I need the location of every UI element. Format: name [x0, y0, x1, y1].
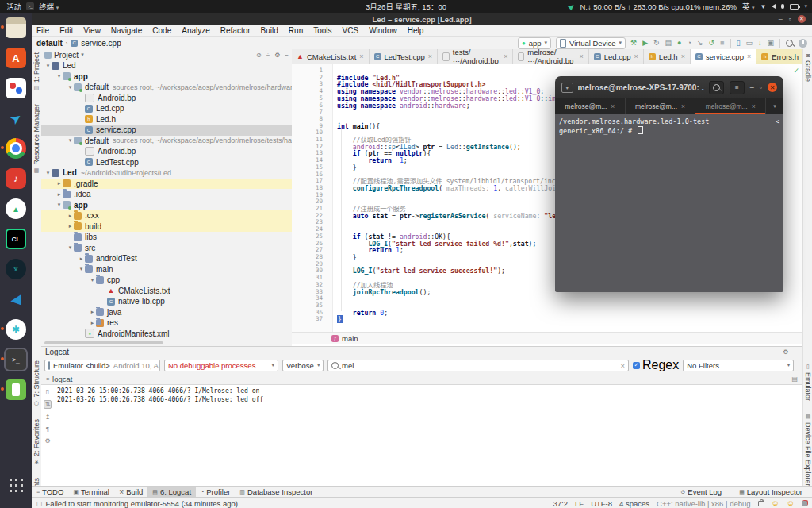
tree-arrow-icon[interactable]: ▸ — [56, 191, 63, 198]
apply-code-changes-button[interactable]: ▤ — [665, 40, 672, 47]
tree-row[interactable]: ▸build — [41, 221, 292, 233]
logcat-hide-icon[interactable]: − — [795, 348, 799, 356]
tree-row[interactable]: ▸.cxx — [41, 210, 292, 221]
network-icon[interactable]: ▼ — [760, 3, 767, 10]
feedback-smiley-icon-2[interactable]: ☺ — [787, 500, 795, 506]
tree-row[interactable]: hLed.h — [41, 114, 292, 125]
terminal-search-button[interactable] — [709, 81, 724, 94]
clion-app-launcher[interactable]: CL — [4, 227, 28, 251]
tree-arrow-icon[interactable]: ▸ — [67, 223, 74, 229]
tree-arrow-icon[interactable]: ▾ — [44, 170, 52, 176]
process-dropdown[interactable]: No debuggable processes▾ — [164, 360, 278, 371]
tree-row[interactable]: ▾app — [41, 200, 292, 211]
tree-row[interactable]: ▸androidTest — [41, 253, 292, 264]
editor-tab[interactable]: CLed.cpp× — [589, 49, 644, 64]
music-app-launcher[interactable]: ♪ — [4, 167, 28, 190]
menu-window[interactable]: Window — [369, 26, 397, 35]
collapse-all-icon[interactable]: ÷ — [266, 52, 270, 59]
netdisk-app-launcher[interactable] — [4, 76, 28, 100]
show-applications-launcher[interactable] — [4, 473, 28, 497]
menu-help[interactable]: Help — [408, 26, 424, 35]
breadcrumb-file[interactable]: service.cpp — [81, 39, 121, 48]
menu-vcs[interactable]: VCS — [343, 26, 359, 35]
terminal-minimize-button[interactable]: – — [750, 84, 754, 90]
tab-close-icon[interactable]: × — [611, 102, 615, 110]
clear-logcat-icon[interactable]: ▯ — [46, 388, 49, 395]
build-context[interactable]: C++: native-lib | x86 | debug — [657, 499, 750, 508]
settings-icon[interactable]: ⚙ — [274, 52, 280, 59]
editor-tab[interactable]: hLed.h× — [644, 49, 691, 64]
tool-window-button-todo[interactable]: ≡TODO — [32, 487, 68, 497]
tool-window-button-database-inspector[interactable]: ▥Database Inspector — [235, 487, 317, 497]
menu-file[interactable]: File — [36, 26, 49, 35]
tree-arrow-icon[interactable]: ▾ — [78, 266, 85, 272]
editor-tab[interactable]: Cservice.cpp× — [691, 49, 756, 64]
menu-view[interactable]: View — [83, 26, 101, 35]
tool-window-button-6-logcat[interactable]: ▤6: Logcat — [147, 487, 196, 497]
device-manager-button[interactable]: ▯ — [737, 40, 741, 47]
file-encoding[interactable]: UTF-8 — [591, 499, 612, 508]
caret-position[interactable]: 37:2 — [553, 499, 569, 508]
tree-row[interactable]: Android.bp — [41, 146, 292, 157]
window-title-bar[interactable]: Led – service.cpp [Led.app] – ▫ ✕ — [32, 13, 812, 25]
locate-icon[interactable]: ⊘ — [256, 52, 262, 59]
tree-row[interactable]: ▾main — [41, 264, 292, 275]
tab-close-icon[interactable]: × — [681, 52, 685, 60]
tool-window-button-build[interactable]: ⚒Build — [114, 487, 147, 497]
tree-arrow-icon[interactable]: ▾ — [44, 63, 52, 69]
tree-arrow-icon[interactable]: ▸ — [67, 213, 74, 219]
menu-build[interactable]: Build — [261, 26, 278, 35]
device-dropdown[interactable]: Emulator <build> Android 10, API ▾ — [44, 360, 160, 371]
terminal-tab-list-caret[interactable]: ▾ — [766, 98, 783, 114]
soft-wrap-icon[interactable]: ¶ — [46, 425, 49, 433]
regex-checkbox[interactable]: ✓Regex — [633, 358, 679, 372]
debug-button[interactable]: ● — [677, 40, 681, 47]
terminal-close-button[interactable]: ✕ — [768, 83, 777, 92]
tree-row[interactable]: CLed.cpp — [41, 103, 292, 114]
tree-arrow-icon[interactable]: ▾ — [56, 202, 63, 208]
avd-manager-button[interactable]: ▭ — [745, 40, 753, 47]
vscode-app-launcher[interactable]: ◀ — [4, 287, 28, 311]
android-studio-app-launcher[interactable]: ✱ — [4, 318, 28, 341]
tree-arrow-icon[interactable]: ▾ — [67, 84, 74, 90]
tool-strip-device-file-explorer[interactable]: ▤Device File Explorer — [804, 414, 812, 487]
hide-icon[interactable]: − — [285, 52, 289, 59]
layout-inspector-button[interactable]: ▣ — [767, 40, 774, 47]
project-view-selector[interactable]: Project▾ — [44, 51, 84, 60]
line-separator[interactable]: LF — [575, 499, 584, 508]
menu-refactor[interactable]: Refactor — [220, 26, 251, 35]
tree-row[interactable]: ▾defaultsources root, ~/workspace/aosp/v… — [41, 82, 292, 93]
profile-button[interactable]: ◔ — [688, 40, 691, 47]
volume-icon[interactable] — [772, 4, 776, 9]
menu-navigate[interactable]: Navigate — [111, 26, 142, 35]
tree-arrow-icon[interactable]: ▸ — [56, 180, 63, 187]
logcat-settings-icon[interactable]: ⚙ — [783, 348, 788, 356]
terminal-tab[interactable]: melrose@m...× — [695, 98, 766, 114]
editor-tab[interactable]: tests/···/Android.bp× — [438, 49, 513, 64]
tab-close-icon[interactable]: × — [428, 52, 432, 60]
tree-arrow-icon[interactable]: ▸ — [78, 256, 85, 262]
tree-row[interactable]: ▾defaultsources root, ~/workspace/aosp/v… — [41, 136, 292, 147]
tree-arrow-icon[interactable]: ▾ — [56, 73, 63, 79]
telegram-app-launcher[interactable]: ➤ — [4, 106, 28, 130]
filters-dropdown[interactable]: No Filters▾ — [683, 360, 794, 371]
maximize-button[interactable]: ▫ — [789, 16, 791, 22]
tree-row[interactable]: ▲CMakeLists.txt — [41, 286, 292, 297]
tool-strip-gradle[interactable]: ◙Gradle — [804, 52, 812, 82]
tree-row[interactable]: CLedTest.cpp — [41, 157, 292, 168]
tab-close-icon[interactable]: × — [580, 52, 584, 60]
app-menu[interactable]: 终端 ▾ — [39, 1, 59, 12]
tree-row[interactable]: ▾src — [41, 243, 292, 254]
terminal-maximize-button[interactable]: ▫ — [760, 84, 762, 90]
horizontal-scrollbar[interactable] — [44, 341, 163, 344]
menu-edit[interactable]: Edit — [59, 26, 73, 35]
tree-row[interactable]: libs — [41, 232, 292, 243]
tab-close-icon[interactable]: × — [634, 52, 638, 60]
tab-close-icon[interactable]: × — [747, 52, 751, 60]
editor-tab[interactable]: ▲CMakeLists.txt× — [292, 49, 370, 64]
tool-window-button-profiler[interactable]: ◔Profiler — [196, 487, 235, 497]
tree-row[interactable]: ▸res — [41, 318, 292, 329]
menu-run[interactable]: Run — [289, 26, 303, 35]
tree-row[interactable]: ▸.idea — [41, 189, 292, 200]
close-button[interactable]: ✕ — [798, 15, 806, 23]
